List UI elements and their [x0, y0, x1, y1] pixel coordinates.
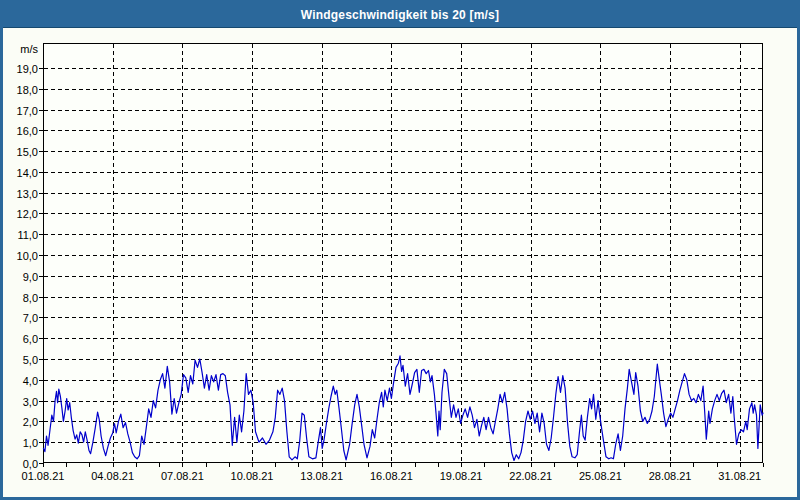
x-axis-label: 07.08.21: [161, 470, 204, 482]
y-axis-label: 17,0: [17, 105, 38, 117]
x-axis-label: 28.08.21: [649, 470, 692, 482]
y-axis-label: 19,0: [17, 63, 38, 75]
y-axis-label: 8,0: [23, 292, 38, 304]
x-axis-label: 16.08.21: [370, 470, 413, 482]
x-axis-label: 31.08.21: [718, 470, 761, 482]
y-axis-label: 13,0: [17, 188, 38, 200]
y-axis-label: 4,0: [23, 375, 38, 387]
y-axis-label: 10,0: [17, 250, 38, 262]
y-axis-label: 14,0: [17, 167, 38, 179]
plot-area: [44, 44, 763, 463]
x-axis-label: 13.08.21: [300, 470, 343, 482]
y-axis-label: 6,0: [23, 333, 38, 345]
y-axis-label: 15,0: [17, 146, 38, 158]
y-axis-label: 9,0: [23, 271, 38, 283]
y-axis-label: 1,0: [23, 437, 38, 449]
x-axis-label: 22.08.21: [509, 470, 552, 482]
y-axis-label: 18,0: [17, 84, 38, 96]
x-axis-label: 25.08.21: [579, 470, 622, 482]
y-axis-label: 12,0: [17, 208, 38, 220]
y-axis-unit: m/s: [20, 43, 38, 55]
y-axis-label: 16,0: [17, 125, 38, 137]
y-axis-label: 0,0: [23, 458, 38, 470]
chart-title: Windgeschwindigkeit bis 20 [m/s]: [301, 8, 499, 22]
wind-speed-chart: 0,01,02,03,04,05,06,07,08,09,010,011,012…: [3, 3, 800, 500]
y-axis-label: 5,0: [23, 354, 38, 366]
x-axis-label: 10.08.21: [231, 470, 274, 482]
x-axis-label: 04.08.21: [91, 470, 134, 482]
y-axis-label: 11,0: [17, 229, 38, 241]
chart-window: Windgeschwindigkeit bis 20 [m/s] 0,01,02…: [0, 0, 800, 500]
x-axis-label: 01.08.21: [22, 470, 65, 482]
y-axis-label: 7,0: [23, 312, 38, 324]
x-axis-label: 19.08.21: [440, 470, 483, 482]
title-bar: Windgeschwindigkeit bis 20 [m/s]: [3, 3, 797, 28]
y-axis-label: 3,0: [23, 396, 38, 408]
y-axis-label: 2,0: [23, 416, 38, 428]
